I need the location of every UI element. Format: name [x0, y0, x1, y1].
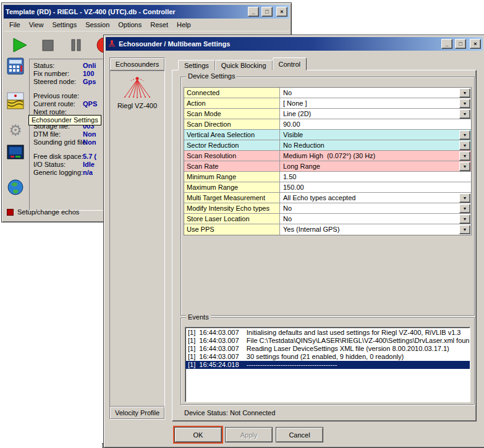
setting-editor[interactable]: Medium High (0.072°) (30 Hz) ▼ [280, 151, 471, 161]
display-setup-button[interactable] [6, 143, 25, 163]
main-minimize-button[interactable]: _ [248, 7, 259, 17]
menu-settings[interactable]: Settings [48, 19, 81, 30]
main-close-button[interactable]: × [276, 7, 287, 17]
cancel-button[interactable]: Cancel [276, 427, 323, 442]
setting-label: Scan Direction [184, 119, 280, 129]
dropdown-arrow-icon[interactable]: ▼ [459, 225, 470, 234]
setting-editor[interactable]: No ▼ [280, 88, 471, 98]
setting-editor[interactable]: [ None ] ▼ [280, 98, 471, 108]
setting-row-maximum-range: Maximum Range 150.00 ▼ [184, 182, 471, 193]
events-listbox[interactable]: [1] 16:44:03.007 Initialising defaults a… [185, 327, 470, 402]
dropdown-arrow-icon[interactable]: ▼ [459, 130, 470, 140]
dropdown-arrow-icon[interactable]: ▼ [459, 99, 470, 108]
apply-button[interactable]: Apply [225, 427, 273, 442]
setting-label: Minimum Range [184, 172, 280, 182]
setting-value: All Echo types accepted [283, 194, 355, 201]
setting-label: Use PPS [184, 224, 280, 235]
menu-session[interactable]: Session [81, 19, 114, 30]
online-button[interactable] [6, 177, 25, 197]
setting-label: Action [184, 98, 280, 108]
setting-editor[interactable]: 90.00 ▼ [280, 119, 471, 129]
device-settings-table: Connected No ▼ Action [ None ] ▼ Scan Mo… [184, 87, 472, 235]
dialog-titlebar[interactable]: Echosounder / Multibeam Settings _ □ × [106, 37, 483, 51]
control-tab-page: Device Settings Connected No ▼ Action [ … [172, 70, 477, 421]
menu-file[interactable]: File [5, 19, 25, 30]
setting-label: Connected [184, 88, 280, 98]
calculator-icon [6, 57, 25, 75]
pause-icon [67, 36, 85, 54]
tab-quick-blocking[interactable]: Quick Blocking [215, 60, 273, 70]
dropdown-arrow-icon[interactable]: ▼ [459, 151, 470, 161]
controller-titlebar[interactable]: Template (RD) - RIEGL - VZ-400 (UTC).db … [4, 5, 289, 19]
setting-value: Medium High (0.072°) (30 Hz) [283, 152, 375, 159]
setting-label: Multi Target Measurement [184, 193, 280, 203]
setting-editor[interactable]: Yes (Internal GPS) ▼ [280, 224, 471, 235]
dropdown-arrow-icon[interactable]: ▼ [459, 193, 470, 203]
event-log-line[interactable]: [1] 16:44:03.007 Reading Laser DeviceSet… [185, 345, 470, 353]
status-label: Free disk space: [33, 153, 83, 161]
dialog-close-button[interactable]: × [470, 39, 481, 49]
status-label: Sounding grid file: [33, 138, 83, 146]
device-settings-legend: Device Settings [186, 72, 237, 80]
tab-settings[interactable]: Settings [178, 60, 215, 70]
status-label: Generic logging: [33, 169, 83, 177]
tabstrip: Settings Quick Blocking Control [178, 57, 307, 70]
velocity-profile-button[interactable]: Velocity Profile [110, 407, 164, 419]
setting-row-store-laser-location: Store Laser Location No ▼ [184, 214, 471, 224]
setting-editor[interactable]: No Reduction ▼ [280, 140, 471, 150]
setting-row-scan-rate: Scan Rate Long Range ▼ [184, 161, 471, 172]
ok-button[interactable]: OK [174, 427, 222, 442]
setting-editor[interactable]: No ▼ [280, 203, 471, 213]
event-log-line[interactable]: [1] 16:44:03.007 30 settings found (21 e… [185, 353, 470, 361]
dropdown-arrow-icon[interactable]: ▼ [459, 141, 470, 150]
dropdown-arrow-icon[interactable]: ▼ [459, 109, 470, 119]
status-led-icon [7, 209, 14, 216]
setting-row-use-pps: Use PPS Yes (Internal GPS) ▼ [184, 224, 471, 235]
stop-button[interactable] [37, 35, 58, 56]
tab-control[interactable]: Control [273, 57, 307, 70]
dropdown-arrow-icon[interactable]: ▼ [459, 214, 470, 224]
dialog-maximize-button[interactable]: □ [455, 39, 466, 49]
dialog-minimize-button[interactable]: _ [441, 39, 452, 49]
status-value: 5.7 ( [83, 153, 96, 161]
setting-value: No [283, 215, 292, 222]
dropdown-arrow-icon[interactable]: ▼ [459, 204, 470, 213]
dialog-title: Echosounder / Multibeam Settings [119, 40, 439, 48]
session-setup-button[interactable]: ⚙ [6, 120, 25, 140]
main-maximize-button[interactable]: □ [261, 7, 273, 17]
pause-button[interactable] [66, 35, 87, 56]
status-value: Idle [83, 161, 95, 169]
computation-setup-button[interactable] [6, 56, 25, 76]
echosounder-settings-button[interactable] [6, 91, 25, 111]
setting-editor[interactable]: 150.00 ▼ [280, 182, 471, 192]
menu-view[interactable]: View [25, 19, 48, 30]
menu-help[interactable]: Help [172, 19, 195, 30]
menu-options[interactable]: Options [114, 19, 146, 30]
setting-editor[interactable]: Line (2D) ▼ [280, 109, 471, 119]
dropdown-arrow-icon[interactable]: ▼ [459, 162, 470, 171]
play-button[interactable] [9, 35, 30, 56]
event-log-line[interactable]: [1] 16:45:24.018 -----------------------… [185, 361, 470, 369]
setting-editor[interactable]: Long Range ▼ [280, 161, 471, 171]
event-log-line[interactable]: [1] 16:44:03.007 Initialising defaults a… [185, 329, 470, 337]
event-log-line[interactable]: [1] 16:44:03.007 File C:\Testdata\QINSy\… [185, 337, 470, 345]
events-groupbox: Events [1] 16:44:03.007 Initialising def… [180, 318, 475, 405]
status-value: Non [83, 138, 96, 146]
menu-reset[interactable]: Reset [146, 19, 172, 30]
setting-editor[interactable]: 1.50 ▼ [280, 172, 471, 182]
status-value: QPS [83, 100, 97, 108]
dropdown-arrow-icon[interactable]: ▼ [459, 88, 470, 98]
setting-value: Visible [283, 131, 303, 138]
setting-editor[interactable]: Visible ▼ [280, 130, 471, 140]
status-label: Current route: [33, 100, 83, 108]
echosounder-item-riegl-vz400[interactable]: Riegl VZ-400 [113, 74, 161, 111]
status-label: Previous route: [33, 92, 83, 100]
setting-row-scan-mode: Scan Mode Line (2D) ▼ [184, 109, 471, 119]
status-value: Onli [83, 62, 96, 70]
echosounder-icon [6, 91, 25, 110]
setting-row-scan-resolution: Scan Resolution Medium High (0.072°) (30… [184, 151, 471, 161]
setting-editor[interactable]: All Echo types accepted ▼ [280, 193, 471, 203]
setting-editor[interactable]: No ▼ [280, 214, 471, 224]
echosounder-settings-dialog: Echosounder / Multibeam Settings _ □ × E… [103, 35, 484, 448]
status-value: 100 [83, 70, 94, 78]
